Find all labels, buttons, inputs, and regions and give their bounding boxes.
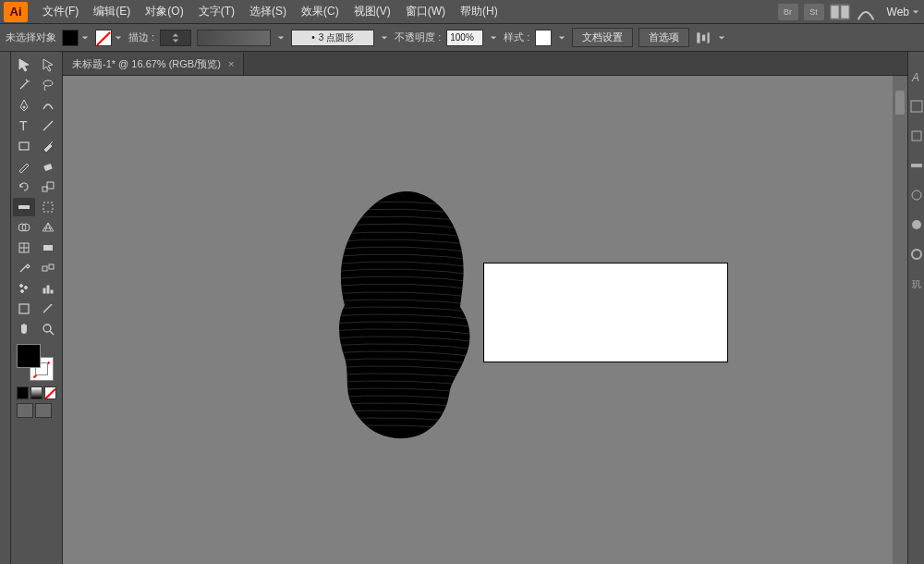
- graphic-style-swatch[interactable]: [535, 30, 552, 46]
- menu-file[interactable]: 文件(F): [35, 4, 86, 19]
- menu-select[interactable]: 选择(S): [242, 4, 294, 19]
- menu-view[interactable]: 视图(V): [346, 4, 398, 19]
- column-graph-tool[interactable]: [37, 279, 59, 298]
- svg-rect-21: [43, 266, 47, 271]
- stroke-swatch-control[interactable]: [95, 30, 123, 46]
- chevron-down-icon[interactable]: [717, 33, 726, 43]
- svg-rect-2: [698, 32, 700, 43]
- selection-tool[interactable]: [13, 55, 35, 74]
- fill-stroke-indicator[interactable]: [17, 344, 54, 381]
- svg-point-24: [25, 287, 28, 289]
- close-icon[interactable]: ×: [228, 58, 234, 69]
- mesh-tool[interactable]: [13, 239, 35, 257]
- stroke-swatch-none: [95, 30, 112, 46]
- svg-rect-9: [19, 142, 29, 150]
- pen-tool[interactable]: [13, 96, 35, 115]
- slice-tool[interactable]: [37, 300, 59, 318]
- swatches-panel-icon[interactable]: [910, 100, 923, 113]
- artwork-blob: [322, 187, 492, 446]
- svg-rect-4: [708, 32, 710, 43]
- svg-rect-27: [47, 286, 49, 293]
- blend-tool[interactable]: [37, 259, 59, 277]
- perspective-grid-tool[interactable]: [37, 218, 59, 237]
- shape-builder-tool[interactable]: [13, 218, 35, 237]
- align-icon[interactable]: [695, 30, 711, 46]
- chevron-down-icon[interactable]: [557, 33, 566, 43]
- opacity-input[interactable]: 100%: [446, 30, 483, 46]
- zoom-tool[interactable]: [37, 320, 59, 338]
- draw-mode-behind[interactable]: [35, 403, 52, 418]
- pencil-tool[interactable]: [13, 157, 35, 176]
- bridge-icon[interactable]: Br: [778, 4, 798, 20]
- rectangle-tool[interactable]: [13, 137, 35, 155]
- svg-text:A: A: [911, 71, 919, 83]
- line-tool[interactable]: [37, 116, 59, 135]
- workspace-switcher[interactable]: Web: [887, 6, 920, 18]
- app-icon: Ai: [4, 2, 28, 22]
- appearance-panel-icon[interactable]: [910, 248, 923, 261]
- document-tab[interactable]: 未标题-1* @ 16.67% (RGB/预览) ×: [63, 53, 244, 75]
- stroke-style-dropdown[interactable]: [197, 30, 271, 46]
- svg-point-23: [20, 285, 23, 288]
- canvas[interactable]: [63, 76, 907, 564]
- menu-help[interactable]: 帮助(H): [453, 4, 505, 19]
- draw-mode-normal[interactable]: [17, 403, 33, 418]
- symbols-panel-icon[interactable]: [910, 189, 923, 202]
- vertical-scrollbar-thumb[interactable]: [895, 91, 905, 115]
- transparency-panel-icon[interactable]: [910, 218, 923, 231]
- chevron-down-icon[interactable]: [489, 33, 498, 43]
- svg-text:玑: 玑: [912, 279, 921, 289]
- svg-rect-12: [47, 182, 54, 189]
- stroke-label: 描边 :: [128, 31, 154, 44]
- arrange-docs-icon[interactable]: [830, 4, 850, 20]
- color-panel-icon[interactable]: A: [910, 70, 923, 83]
- menu-object[interactable]: 对象(O): [138, 4, 190, 19]
- color-black[interactable]: [17, 386, 29, 399]
- svg-rect-22: [49, 264, 54, 269]
- menu-effect[interactable]: 效果(C): [294, 4, 346, 19]
- brushes-panel-icon[interactable]: [910, 159, 923, 172]
- menubar: Ai 文件(F) 编辑(E) 对象(O) 文字(T) 选择(S) 效果(C) 视…: [0, 0, 924, 24]
- paintbrush-tool[interactable]: [37, 137, 59, 155]
- brush-profile[interactable]: •3 点圆形: [291, 30, 374, 46]
- color-none[interactable]: [44, 386, 56, 399]
- width-tool[interactable]: [13, 198, 35, 216]
- svg-text:T: T: [19, 118, 28, 133]
- scale-tool[interactable]: [37, 178, 59, 196]
- hand-tool[interactable]: [13, 320, 35, 338]
- direct-selection-tool[interactable]: [37, 55, 59, 74]
- fill-control[interactable]: [62, 30, 90, 46]
- gpu-icon[interactable]: [856, 4, 876, 20]
- options-bar: 未选择对象 描边 : •3 点圆形 不透明度 : 100% 样式 : 文档设置 …: [0, 24, 924, 52]
- svg-point-38: [912, 220, 921, 229]
- layers-panel-icon[interactable]: 玑: [910, 277, 923, 290]
- chevron-down-icon: [114, 33, 123, 43]
- tab-bar: 未标题-1* @ 16.67% (RGB/预览) ×: [63, 52, 907, 76]
- free-transform-tool[interactable]: [37, 198, 59, 216]
- curvature-tool[interactable]: [37, 96, 59, 115]
- stroke-panel-icon[interactable]: [910, 129, 923, 142]
- chevron-down-icon[interactable]: [380, 33, 389, 43]
- stock-icon[interactable]: St: [804, 4, 824, 20]
- eyedropper-tool[interactable]: [13, 259, 35, 277]
- magic-wand-tool[interactable]: [13, 76, 35, 94]
- menu-window[interactable]: 窗口(W): [398, 4, 453, 19]
- menu-type[interactable]: 文字(T): [191, 4, 242, 19]
- chevron-down-icon[interactable]: [276, 33, 286, 43]
- rotate-tool[interactable]: [13, 178, 35, 196]
- svg-point-6: [23, 106, 25, 108]
- document-setup-button[interactable]: 文档设置: [572, 28, 633, 47]
- type-tool[interactable]: T: [13, 116, 35, 135]
- eraser-tool[interactable]: [37, 157, 59, 176]
- lasso-tool[interactable]: [37, 76, 59, 94]
- color-gradient[interactable]: [30, 386, 43, 399]
- stroke-weight-input[interactable]: [160, 30, 191, 46]
- svg-line-8: [43, 121, 53, 130]
- artboard-tool[interactable]: [13, 300, 35, 318]
- menu-edit[interactable]: 编辑(E): [86, 4, 138, 19]
- svg-rect-35: [912, 131, 921, 141]
- preferences-button[interactable]: 首选项: [638, 28, 689, 47]
- gradient-tool[interactable]: [37, 239, 59, 257]
- symbol-sprayer-tool[interactable]: [13, 279, 35, 298]
- workspace-label: Web: [887, 6, 909, 18]
